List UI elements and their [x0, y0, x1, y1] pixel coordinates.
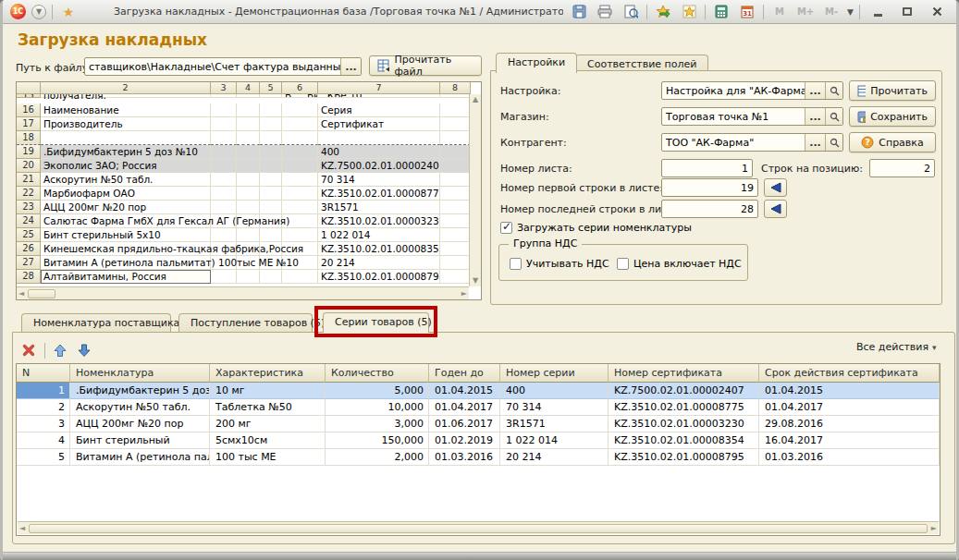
sheet-cell[interactable]: В , , БИК [282, 94, 318, 98]
memory-minus-button[interactable]: M- [821, 3, 842, 21]
sheet-number-input[interactable]: 1 [661, 159, 753, 177]
sheet-row-number[interactable]: 15 [17, 94, 41, 98]
sheet-cell[interactable] [211, 103, 237, 117]
sheet-cell[interactable] [237, 117, 260, 131]
system-menu-icon[interactable]: ▼ [31, 5, 46, 19]
sheet-row-number[interactable]: 21 [17, 173, 41, 187]
sheet-col-header[interactable]: 7 [318, 82, 440, 94]
sheet-cell[interactable] [282, 201, 318, 214]
sheet-cell[interactable]: 1 022 014 [318, 228, 440, 242]
sheet-cell[interactable]: KZ.3510.02.01.00008775 [318, 187, 440, 201]
toolbar-overflow-icon[interactable]: ▼ [847, 7, 854, 17]
col-header-n[interactable]: N [17, 364, 70, 383]
sheet-cell[interactable] [282, 270, 318, 284]
table-row[interactable]: 3 АЦЦ 200мг №20 пор 200 мг 3,000 01.06.2… [17, 416, 940, 432]
sheet-cell[interactable] [282, 131, 318, 145]
read-settings-button[interactable]: Прочитать [849, 80, 936, 101]
vat-account-checkbox[interactable]: Учитывать НДС [510, 258, 609, 270]
contragent-lookup-icon[interactable] [825, 134, 842, 151]
sheet-cell[interactable]: Производитель [41, 117, 211, 131]
sheet-row-number[interactable]: 27 [17, 256, 41, 270]
sheet-cell[interactable] [237, 131, 260, 145]
scrollbar-thumb[interactable] [29, 524, 928, 533]
sheet-cell[interactable]: 20 214 [318, 256, 440, 270]
rows-per-position-input[interactable]: 2 [869, 159, 935, 177]
sheet-cell[interactable] [211, 94, 237, 98]
favorites-star-icon[interactable]: ★ [58, 3, 79, 21]
sheet-col-header[interactable]: 5 [260, 82, 282, 94]
move-up-button[interactable] [49, 340, 71, 360]
sheet-horizontal-scrollbar[interactable]: ◄ ► [17, 286, 469, 299]
sheet-col-header[interactable]: 3 [211, 82, 237, 94]
first-row-input[interactable]: 19 [661, 178, 758, 197]
all-actions-button[interactable]: Все действия ▾ [856, 341, 937, 353]
scroll-down-icon[interactable]: ▼ [471, 275, 480, 286]
setting-lookup-icon[interactable] [825, 82, 842, 99]
sheet-cell[interactable]: KZ.3510.02.01.00008354 [318, 242, 440, 256]
sheet-cell[interactable]: KZ.7500.02.01.00002407 [318, 159, 440, 173]
col-header-series-number[interactable]: Номер серии [500, 364, 609, 383]
delete-row-button[interactable] [18, 340, 40, 360]
col-header-expiry[interactable]: Годен до [429, 364, 500, 383]
sheet-col-header[interactable]: 2 [41, 82, 211, 94]
sheet-cell[interactable] [282, 117, 318, 131]
sheet-cell[interactable] [211, 159, 237, 173]
sheet-cell[interactable] [440, 228, 471, 242]
sheet-cell[interactable] [211, 173, 237, 187]
sheet-cell[interactable]: Аскорутин №50 табл. [41, 173, 211, 187]
sheet-col-header[interactable]: 4 [237, 82, 260, 94]
contragent-input[interactable]: ТОО "АК-Фарма" ... [661, 133, 843, 152]
tab-settings[interactable]: Настройки [496, 53, 577, 73]
sheet-cell[interactable]: Витамин А (ретинола пальмитат) 100тыс МЕ… [41, 256, 211, 270]
file-path-input[interactable]: ставщиков\Накладные\Счет фактура выданны… [84, 57, 362, 76]
sheet-row-number[interactable]: 20 [17, 159, 41, 173]
col-header-quantity[interactable]: Количество [326, 364, 429, 383]
go-to-favorites-icon[interactable] [653, 3, 673, 21]
sheet-cell[interactable] [440, 256, 471, 270]
table-row[interactable]: 1 .Бифидумбактерин 5 доз ... 10 мг 5,000… [17, 383, 940, 399]
sheet-cell[interactable] [440, 94, 471, 98]
sheet-cell[interactable] [237, 103, 260, 117]
browse-file-button[interactable]: ... [340, 58, 361, 75]
sheet-cell[interactable]: Экополис ЗАО; Россия [41, 159, 211, 173]
sheet-row-number[interactable]: 17 [17, 117, 41, 131]
sheet-cell[interactable]: Серия [318, 103, 440, 117]
maximize-button[interactable] [895, 3, 919, 21]
table-row[interactable]: 2 Аскорутин №50 табл. Таблетка №50 10,00… [17, 399, 940, 416]
calendar-icon[interactable]: 31 [737, 3, 757, 21]
sheet-cell[interactable] [260, 117, 282, 131]
sheet-cell[interactable] [440, 173, 471, 187]
sheet-cell[interactable]: 3R1571 [318, 201, 440, 214]
pick-first-row-button[interactable] [764, 178, 787, 197]
sheet-cell[interactable] [211, 270, 237, 284]
sheet-col-header[interactable]: 6 [282, 82, 318, 94]
sheet-cell[interactable] [318, 131, 440, 145]
sheet-cell[interactable]: 400 [318, 145, 440, 159]
scroll-right-icon[interactable]: ► [929, 523, 939, 534]
sheet-cell[interactable] [440, 131, 471, 145]
sheet-cell[interactable] [282, 103, 318, 117]
last-row-input[interactable]: 28 [661, 200, 758, 218]
sheet-cell[interactable]: Марбиофарм ОАО [41, 187, 211, 201]
sheet-cell[interactable] [211, 187, 237, 201]
sheet-cell[interactable] [211, 145, 237, 159]
move-down-button[interactable] [73, 340, 95, 360]
read-file-button[interactable]: Прочитать файл [369, 55, 482, 76]
sheet-cell[interactable] [237, 270, 260, 284]
shop-lookup-icon[interactable] [825, 108, 842, 125]
col-header-certificate-validity[interactable]: Срок действия сертификата [759, 364, 940, 383]
price-includes-vat-checkbox[interactable]: Цена включает НДС [617, 258, 742, 270]
sheet-cell[interactable]: 70 314 [318, 173, 440, 187]
load-series-checkbox[interactable]: Загружать серии номенклатуры [500, 222, 692, 234]
print-preview-icon[interactable] [621, 3, 641, 21]
sheet-cell[interactable] [440, 145, 471, 159]
sheet-cell[interactable] [237, 94, 260, 98]
add-favorite-icon[interactable] [679, 3, 699, 21]
series-table-horizontal-scrollbar[interactable]: ◄ ► [18, 521, 939, 534]
scroll-up-icon[interactable]: ▲ [471, 94, 480, 105]
calculator-icon[interactable] [711, 3, 732, 21]
sheet-cell[interactable]: KZ.3510.02.01.00008795 [318, 270, 440, 284]
sheet-row-number[interactable]: 19 [17, 145, 41, 159]
sheet-cell[interactable] [237, 159, 260, 173]
table-row[interactable]: 4 Бинт стерильный 5смх10см 150,000 01.02… [17, 432, 940, 449]
